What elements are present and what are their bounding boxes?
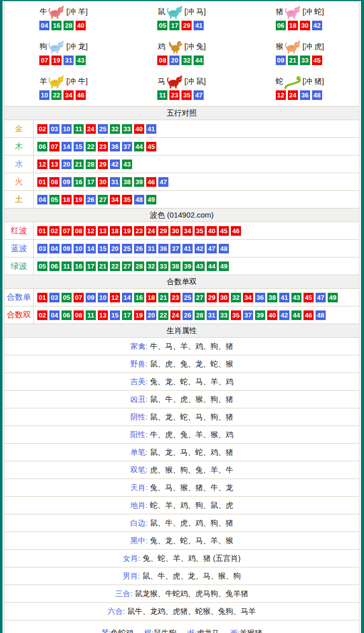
section-header-heshu: 合数单双 [5,275,359,289]
attribute-label: 吉美: [130,377,147,387]
wuxing-row: 水1213202128294243 [5,155,359,173]
number-ball: 17 [86,177,96,187]
number-ball: 22 [158,310,168,320]
number-ball: 33 [300,56,310,65]
row-label: 合数双 [5,306,34,324]
row-numbers: 04051819262734354849 [34,191,359,208]
number-ball: 46 [231,226,241,236]
zodiac-name: 鸡 [158,42,165,51]
zodiac-numbers: 06183042 [241,21,359,30]
number-ball: 35 [231,310,241,320]
number-ball: 46 [304,310,314,320]
number-ball: 11 [157,90,167,100]
zodiac-numbers: 09213345 [241,56,359,65]
attribute-animals: 鼠、龙、蛇、马、狗、猪 [150,412,233,422]
section-header-bose: 波色 (014902.com) [5,208,359,222]
segment-label: 琴: [101,628,111,633]
attribute-row: 野兽:鼠、虎、兔、龙、蛇、猴 [5,355,359,373]
number-ball: 19 [134,310,144,320]
number-ball: 39 [255,310,265,320]
number-ball: 16 [134,293,144,302]
number-ball: 07 [62,226,72,236]
number-ball: 03 [37,244,47,253]
section-header-shengxiao: 生肖属性 [5,324,359,338]
number-ball: 42 [312,21,322,30]
number-ball: 44 [134,142,144,151]
attribute-animals: 鼠龙猴、牛蛇鸡、虎马狗、兔羊猪 [135,589,249,599]
shengxiao-attribute-table: 家禽:牛、马、羊、鸡、狗、猪野兽:鼠、虎、兔、龙、蛇、猴吉美:兔、龙、蛇、马、羊… [5,338,359,620]
zodiac-numbers: 04162840 [5,21,123,30]
zodiac-numbers: 08203244 [123,56,240,65]
bose-row: 红波0102070812131819232429303435404546 [5,222,359,240]
number-ball: 43 [122,160,132,169]
number-ball: 34 [64,90,74,100]
attribute-animals: 兔、龙、蛇、马、羊、猴 [150,536,233,546]
number-ball: 43 [291,293,301,302]
number-ball: 32 [181,56,192,65]
number-ball: 24 [170,310,180,320]
number-ball: 03 [49,124,59,134]
number-ball: 45 [219,226,229,236]
horse-icon [166,75,184,89]
attribute-label: 单笔: [130,448,147,457]
number-ball: 35 [122,195,132,204]
attribute-label: 六合: [107,607,125,616]
number-ball: 42 [279,310,289,320]
zodiac-numbers: 07193143 [5,56,123,65]
number-ball: 41 [146,124,156,134]
attribute-animals: 蛇、羊、鸡、狗、鼠、虎 [150,501,233,510]
attribute-row: 阴性:鼠、龙、蛇、马、狗、猪 [5,408,359,426]
attribute-animals: 牛、马、羊、鸡、狗、猪 [150,342,233,351]
attribute-row: 地肖:蛇、羊、鸡、狗、鼠、虎 [5,497,359,514]
wuxing-row: 火0108091617303138394647 [5,173,359,191]
number-ball: 12 [37,160,47,169]
number-ball: 17 [122,310,132,320]
number-ball: 43 [195,261,205,271]
number-ball: 22 [86,142,96,151]
zodiac-title: 牛[冲 羊] [5,4,123,20]
zodiac-cell: 猴[冲 虎]09213345 [241,36,359,71]
number-ball: 12 [86,226,96,236]
number-ball: 21 [98,261,108,271]
number-ball: 32 [110,124,120,134]
attribute-label: 男肖: [123,571,140,581]
attribute-row: 凶丑:鼠、牛、虎、猴、狗、猪 [5,391,359,408]
ox-icon [48,5,65,19]
row-label: 绿波 [5,257,34,275]
zodiac-name: 马 [158,77,165,86]
number-ball: 28 [134,261,144,271]
zodiac-clash: [冲 龙] [66,42,88,51]
attribute-label: 天肖: [130,483,147,493]
number-ball: 06 [37,142,47,151]
attribute-row: 三合:鼠龙猴、牛蛇鸡、虎马狗、兔羊猪 [5,585,359,603]
zodiac-cell: 鼠[冲 马]05172941 [123,2,240,36]
segment-label: 书: [187,628,197,633]
row-numbers: 0103050709101214161821232527293032343638… [34,289,359,306]
row-label: 土 [5,191,34,208]
row-numbers: 03040910141520252631363741424748 [34,240,359,257]
number-ball: 44 [207,261,217,271]
number-ball: 29 [207,293,217,302]
number-ball: 04 [49,310,59,320]
zodiac-numbers: 10223446 [5,90,123,100]
rooster-icon [166,40,184,54]
attribute-row: 天肖:兔、马、猴、猪、牛、龙 [5,479,359,497]
number-ball: 29 [98,160,108,169]
number-ball: 27 [122,261,132,271]
segment-animals: 兔蛇鸡 [111,628,134,633]
number-ball: 42 [195,244,205,253]
number-ball: 45 [304,293,314,302]
zodiac-title: 羊[冲 牛] [5,74,123,89]
number-ball: 30 [98,177,108,187]
number-ball: 19 [51,56,62,65]
qinqishuhua-row: 琴:兔蛇鸡、棋:鼠牛狗、书:虎龙马、画:羊猴猪 [5,620,359,633]
number-ball: 24 [288,90,298,100]
zodiac-title: 猴[冲 虎] [241,39,359,55]
section-header-wuxing: 五行对照 [5,107,359,120]
number-ball: 16 [74,177,84,187]
zodiac-title: 猪[冲 蛇] [241,4,359,20]
zodiac-numbers: 12243648 [241,90,359,100]
number-ball: 10 [62,124,72,134]
attribute-row: 家禽:牛、马、羊、鸡、狗、猪 [5,338,359,355]
number-ball: 20 [146,310,156,320]
